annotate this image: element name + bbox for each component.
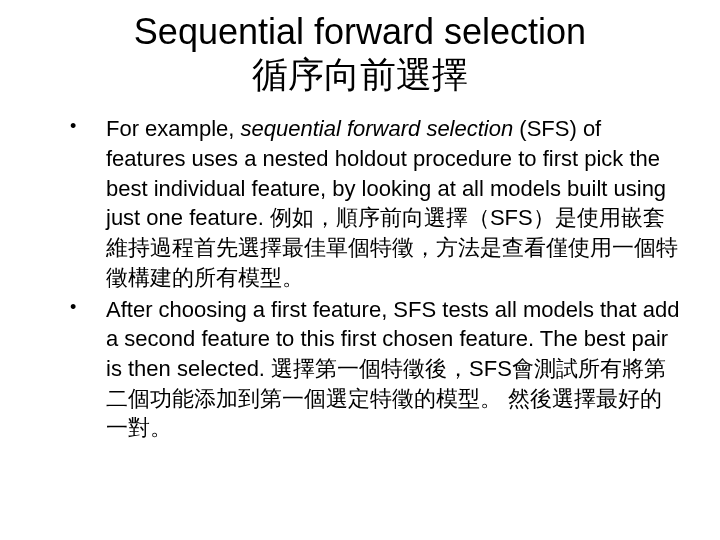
bullet-text-rest: (SFS) of features uses a nested holdout … [106, 116, 678, 289]
bullet-marker: • [70, 295, 76, 319]
list-item: • For example, sequential forward select… [70, 114, 680, 292]
bullet-marker: • [70, 114, 76, 138]
title-line-2: 循序向前選擇 [60, 53, 660, 96]
slide-title: Sequential forward selection 循序向前選擇 [40, 10, 680, 96]
list-item: • After choosing a first feature, SFS te… [70, 295, 680, 443]
bullet-text-emphasis: sequential forward selection [241, 116, 514, 141]
bullet-list: • For example, sequential forward select… [40, 114, 680, 443]
bullet-text: After choosing a first feature, SFS test… [106, 297, 680, 441]
title-line-1: Sequential forward selection [60, 10, 660, 53]
bullet-text-prefix: For example, [106, 116, 241, 141]
